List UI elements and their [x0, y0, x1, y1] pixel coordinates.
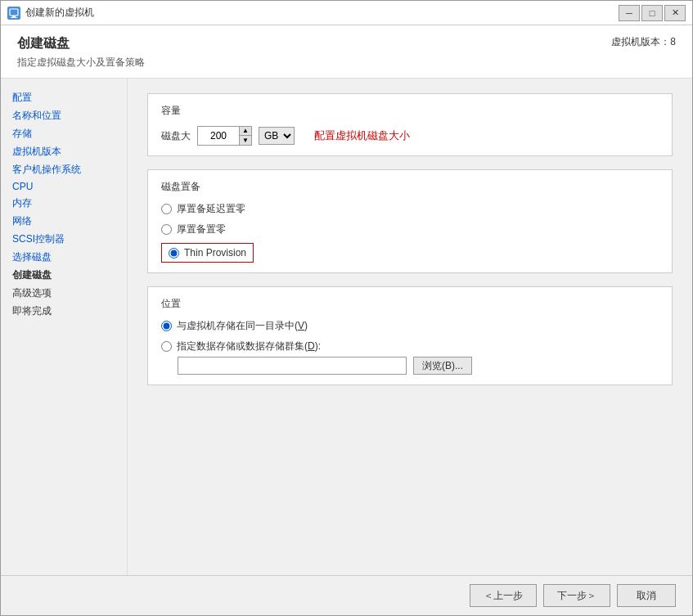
sidebar: 配置 名称和位置 存储 虚拟机版本 客户机操作系统 CPU 内存 网络 SCSI…	[1, 79, 128, 575]
radio-thick-eager-input[interactable]	[161, 224, 172, 235]
content-area: 配置 名称和位置 存储 虚拟机版本 客户机操作系统 CPU 内存 网络 SCSI…	[1, 79, 692, 575]
location-input-row: 浏览(B)...	[178, 357, 659, 375]
close-button[interactable]: ✕	[664, 5, 686, 21]
radio-thin[interactable]: Thin Provision	[161, 243, 254, 263]
radio-thick-eager-label: 厚置备置零	[177, 223, 226, 236]
window-title: 创建新的虚拟机	[25, 6, 94, 20]
vm-icon	[7, 7, 20, 20]
svg-rect-2	[11, 17, 17, 18]
radio-same-dir-input[interactable]	[161, 321, 172, 331]
location-section: 位置 与虚拟机存储在同一目录中(V) 指定数据存储或数据存储群集(D): 浏览(…	[147, 286, 673, 385]
capacity-title: 容量	[161, 104, 659, 118]
radio-specify-input[interactable]	[161, 341, 172, 352]
radio-same-dir-label: 与虚拟机存储在同一目录中(V)	[177, 319, 308, 333]
svg-rect-1	[12, 16, 16, 17]
sidebar-item-advanced[interactable]: 高级选项	[12, 286, 115, 301]
provisioning-radio-group: 厚置备延迟置零 厚置备置零 Thin Provision	[161, 202, 659, 263]
title-bar-left: 创建新的虚拟机	[7, 6, 94, 20]
sidebar-item-cpu[interactable]: CPU	[12, 180, 115, 193]
radio-specify[interactable]: 指定数据存储或数据存储群集(D):	[161, 339, 659, 353]
provisioning-section: 磁盘置备 厚置备延迟置零 厚置备置零 Thin Provision	[147, 169, 673, 273]
radio-thick-lazy[interactable]: 厚置备延迟置零	[161, 202, 659, 216]
sidebar-item-name-location[interactable]: 名称和位置	[12, 108, 115, 124]
spinner-down-button[interactable]: ▼	[240, 136, 251, 145]
header-info: 创建磁盘 指定虚拟磁盘大小及置备策略	[17, 35, 145, 70]
location-title: 位置	[161, 297, 659, 311]
header-bar: 创建磁盘 指定虚拟磁盘大小及置备策略 虚拟机版本：8	[1, 25, 692, 79]
specify-location-row: 指定数据存储或数据存储群集(D): 浏览(B)...	[161, 339, 659, 375]
page-title: 创建磁盘	[17, 35, 145, 52]
radio-thin-input[interactable]	[169, 248, 179, 259]
unit-select[interactable]: MB GB	[259, 127, 295, 145]
sidebar-item-scsi[interactable]: SCSI控制器	[12, 232, 115, 247]
main-window: 创建新的虚拟机 ─ □ ✕ 创建磁盘 指定虚拟磁盘大小及置备策略 虚拟机版本：8…	[0, 0, 693, 616]
radio-thick-eager[interactable]: 厚置备置零	[161, 223, 659, 236]
radio-same-dir[interactable]: 与虚拟机存储在同一目录中(V)	[161, 319, 659, 333]
version-label: 虚拟机版本：8	[611, 35, 676, 49]
maximize-button[interactable]: □	[641, 5, 663, 21]
radio-thin-label: Thin Provision	[184, 247, 246, 259]
capacity-section: 容量 磁盘大 ▲ ▼ MB GB 配置虚拟机磁盘大小	[147, 93, 673, 156]
radio-thick-lazy-label: 厚置备延迟置零	[177, 202, 245, 216]
disk-hint: 配置虚拟机磁盘大小	[314, 128, 410, 143]
browse-button[interactable]: 浏览(B)...	[413, 357, 472, 375]
disk-size-row: 磁盘大 ▲ ▼ MB GB 配置虚拟机磁盘大小	[161, 126, 659, 146]
sidebar-item-create-disk: 创建磁盘	[12, 268, 115, 283]
window-controls: ─ □ ✕	[619, 5, 686, 21]
sidebar-item-config[interactable]: 配置	[12, 90, 115, 106]
next-button[interactable]: 下一步＞	[543, 584, 610, 607]
back-button[interactable]: ＜上一步	[470, 584, 537, 607]
sidebar-item-ready[interactable]: 即将完成	[12, 304, 115, 319]
sidebar-item-network[interactable]: 网络	[12, 214, 115, 229]
spinner-up-button[interactable]: ▲	[240, 127, 251, 136]
provisioning-title: 磁盘置备	[161, 180, 659, 194]
sidebar-item-guest-os[interactable]: 客户机操作系统	[12, 162, 115, 178]
location-path-input[interactable]	[178, 357, 407, 375]
disk-size-label: 磁盘大	[161, 129, 191, 143]
minimize-button[interactable]: ─	[619, 5, 640, 21]
title-bar: 创建新的虚拟机 ─ □ ✕	[1, 1, 692, 25]
sidebar-item-vm-version[interactable]: 虚拟机版本	[12, 144, 115, 160]
sidebar-item-storage[interactable]: 存储	[12, 126, 115, 142]
radio-thick-lazy-input[interactable]	[161, 204, 172, 214]
sidebar-item-select-disk[interactable]: 选择磁盘	[12, 250, 115, 265]
disk-size-input[interactable]	[198, 127, 239, 145]
disk-size-input-group: ▲ ▼	[197, 126, 252, 146]
sidebar-item-memory[interactable]: 内存	[12, 196, 115, 211]
disk-size-spinners: ▲ ▼	[239, 127, 251, 145]
svg-rect-0	[10, 9, 18, 16]
page-subtitle: 指定虚拟磁盘大小及置备策略	[17, 56, 145, 70]
radio-specify-label: 指定数据存储或数据存储群集(D):	[177, 339, 321, 353]
cancel-button[interactable]: 取消	[617, 584, 676, 607]
footer: ＜上一步 下一步＞ 取消	[1, 575, 692, 615]
main-panel: 容量 磁盘大 ▲ ▼ MB GB 配置虚拟机磁盘大小	[128, 79, 692, 575]
